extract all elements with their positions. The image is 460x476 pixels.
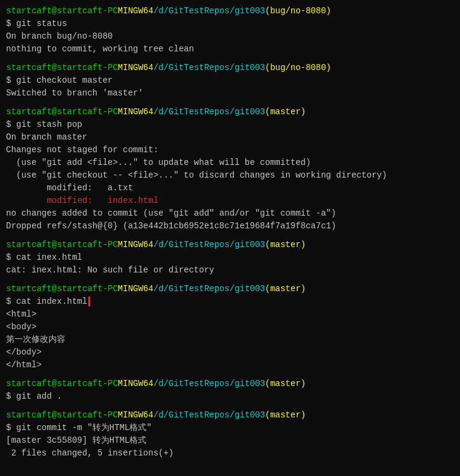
branch-label: (master) (265, 239, 306, 251)
terminal-block-block3: startcaft@startcaft-PC MINGW64 /d/GitTes… (6, 106, 454, 233)
terminal-block-block6: startcaft@startcaft-PC MINGW64 /d/GitTes… (6, 378, 454, 403)
output-line: Dropped refs/stash@{0} (a13e442b1cb6952e… (6, 220, 454, 233)
prompt-line: startcaft@startcaft-PC MINGW64 /d/GitTes… (6, 239, 454, 251)
branch-label: (bug/no-8080) (265, 62, 331, 74)
terminal-block-block7: startcaft@startcaft-PC MINGW64 /d/GitTes… (6, 409, 454, 460)
user-host: startcaft@startcaft-PC (6, 5, 118, 18)
path-label: /d/GitTestRepos/git003 (154, 378, 265, 390)
output-line: (use "git add <file>..." to update what … (6, 156, 454, 169)
user-host: startcaft@startcaft-PC (6, 106, 118, 118)
prompt-line: startcaft@startcaft-PC MINGW64 /d/GitTes… (6, 409, 454, 422)
cursor-bar (88, 297, 90, 306)
branch-label: (master) (265, 378, 306, 390)
branch-label: (master) (265, 283, 306, 295)
path-label: /d/GitTestRepos/git003 (154, 409, 265, 422)
output-line: modified: a.txt (6, 182, 454, 195)
branch-label: (bug/no-8080) (265, 5, 331, 18)
terminal-container: startcaft@startcaft-PC MINGW64 /d/GitTes… (6, 5, 454, 460)
prompt-line: startcaft@startcaft-PC MINGW64 /d/GitTes… (6, 5, 454, 18)
terminal-block-block2: startcaft@startcaft-PC MINGW64 /d/GitTes… (6, 62, 454, 100)
output-line: Changes not staged for commit: (6, 144, 454, 156)
output-line: 2 files changed, 5 insertions(+) (6, 447, 454, 460)
output-line: <html> (6, 308, 454, 321)
mingw-label: MINGW64 (118, 409, 154, 422)
user-host: startcaft@startcaft-PC (6, 283, 118, 295)
output-line: </body> (6, 346, 454, 359)
command-line: $ git add . (6, 390, 454, 403)
output-line: nothing to commit, working tree clean (6, 43, 454, 56)
path-label: /d/GitTestRepos/git003 (154, 239, 265, 251)
prompt-line: startcaft@startcaft-PC MINGW64 /d/GitTes… (6, 106, 454, 118)
output-line: cat: inex.html: No such file or director… (6, 264, 454, 277)
command-line: $ git status (6, 18, 454, 30)
mingw-label: MINGW64 (118, 283, 154, 295)
user-host: startcaft@startcaft-PC (6, 409, 118, 422)
command-line: $ git stash pop (6, 118, 454, 131)
output-line: modified: index.html (6, 195, 454, 207)
user-host: startcaft@startcaft-PC (6, 378, 118, 390)
output-line: 第一次修改内容 (6, 333, 454, 346)
output-line: (use "git checkout -- <file>..." to disc… (6, 169, 454, 182)
output-line: On branch bug/no-8080 (6, 30, 454, 43)
output-line: </html> (6, 359, 454, 371)
path-label: /d/GitTestRepos/git003 (154, 106, 265, 118)
prompt-line: startcaft@startcaft-PC MINGW64 /d/GitTes… (6, 378, 454, 390)
command-line: $ git checkout master (6, 74, 454, 87)
terminal-block-block5: startcaft@startcaft-PC MINGW64 /d/GitTes… (6, 283, 454, 371)
path-label: /d/GitTestRepos/git003 (154, 62, 265, 74)
command-line: $ git commit -m "转为HTML格式" (6, 422, 454, 434)
mingw-label: MINGW64 (118, 239, 154, 251)
terminal-block-block4: startcaft@startcaft-PC MINGW64 /d/GitTes… (6, 239, 454, 277)
output-line: [master 3c55809] 转为HTML格式 (6, 434, 454, 447)
mingw-label: MINGW64 (118, 106, 154, 118)
mingw-label: MINGW64 (118, 62, 154, 74)
path-label: /d/GitTestRepos/git003 (154, 5, 265, 18)
output-line: no changes added to commit (use "git add… (6, 207, 454, 220)
user-host: startcaft@startcaft-PC (6, 62, 118, 74)
command-line: $ cat inex.html (6, 251, 454, 264)
branch-label: (master) (265, 409, 306, 422)
branch-label: (master) (265, 106, 306, 118)
mingw-label: MINGW64 (118, 5, 154, 18)
prompt-line: startcaft@startcaft-PC MINGW64 /d/GitTes… (6, 62, 454, 74)
path-label: /d/GitTestRepos/git003 (154, 283, 265, 295)
output-line: Switched to branch 'master' (6, 87, 454, 100)
mingw-label: MINGW64 (118, 378, 154, 390)
output-line: On branch master (6, 131, 454, 144)
user-host: startcaft@startcaft-PC (6, 239, 118, 251)
output-line: <body> (6, 321, 454, 333)
command-line: $ cat index.html (6, 295, 454, 308)
prompt-line: startcaft@startcaft-PC MINGW64 /d/GitTes… (6, 283, 454, 295)
terminal-block-block1: startcaft@startcaft-PC MINGW64 /d/GitTes… (6, 5, 454, 56)
